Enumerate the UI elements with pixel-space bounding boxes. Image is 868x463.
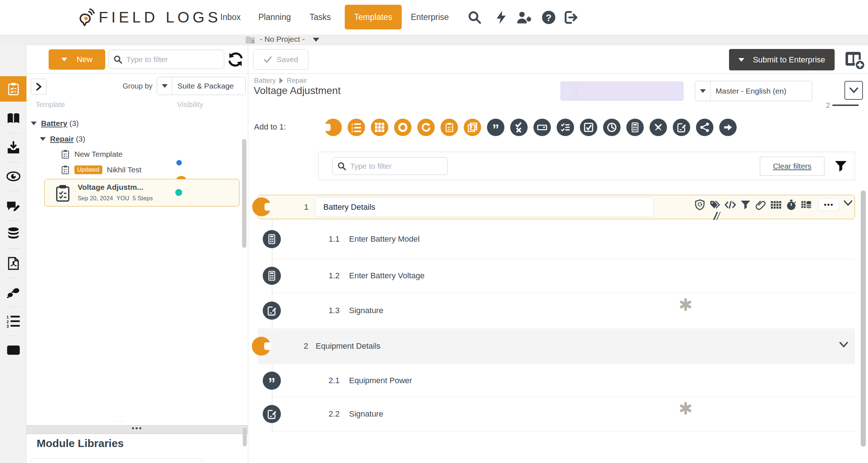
tree-group-battery[interactable]: Battery (3): [31, 119, 79, 128]
collapse-section-icon[interactable]: [843, 200, 853, 209]
palette-table-icon[interactable]: [371, 119, 388, 136]
rail-footprints-icon[interactable]: [0, 282, 26, 304]
stopwatch-icon[interactable]: [786, 199, 797, 210]
code-icon[interactable]: [725, 199, 736, 210]
step-row-2-1[interactable]: ” 2.1 Equipment Power: [258, 364, 855, 397]
shield-icon[interactable]: [694, 199, 705, 210]
palette-time-icon[interactable]: [603, 119, 621, 136]
template-list-panel: New Group by Suite & Package Template Vi…: [26, 45, 248, 463]
step-row-1-1[interactable]: 1234 1.1 Enter Battery Model: [258, 219, 855, 259]
group-by-dropdown[interactable]: Suite & Package: [157, 77, 246, 95]
rail-numbered-list-icon[interactable]: 123: [0, 310, 26, 333]
step-row-2-2[interactable]: 2.2 Signature: [258, 397, 855, 431]
template-row-nikhil-test[interactable]: Updated Nikhil Test: [61, 165, 142, 175]
breadcrumb: Battery Repair: [254, 77, 307, 85]
section-row-1-selected[interactable]: 1 •••: [258, 195, 855, 219]
new-template-button[interactable]: New: [49, 49, 105, 70]
rail-divider: [6, 336, 20, 336]
palette-checkbox-icon[interactable]: [580, 119, 597, 136]
rail-pdf-icon[interactable]: [0, 252, 26, 275]
grid-icon[interactable]: [770, 199, 782, 210]
palette-calculator-icon[interactable]: 1234: [626, 119, 644, 136]
collapse-all-button[interactable]: [844, 81, 863, 100]
project-caret-icon[interactable]: [313, 38, 319, 42]
dropdown-caret-cell[interactable]: [157, 77, 172, 95]
collapse-section-icon[interactable]: [839, 341, 848, 351]
svg-text:1: 1: [7, 315, 9, 319]
nav-item-tasks[interactable]: Tasks: [310, 0, 331, 34]
nav-item-planning[interactable]: Planning: [258, 0, 291, 34]
main-scrollbar-thumb[interactable]: [861, 190, 866, 447]
palette-forward-icon[interactable]: [719, 119, 737, 136]
palette-yes-no-icon[interactable]: [510, 119, 528, 136]
language-dropdown[interactable]: Master - English (en): [695, 81, 812, 101]
add-panel-icon[interactable]: [843, 49, 865, 71]
rail-preview-eye-icon[interactable]: [0, 165, 26, 188]
rail-divider: [6, 191, 20, 191]
rail-divider: [6, 220, 20, 221]
version-dropdown[interactable]: [560, 81, 684, 101]
attachment-icon[interactable]: [755, 199, 766, 210]
updated-badge: Updated: [74, 165, 102, 174]
template-row-voltage-adjustment-selected[interactable]: Voltage Adjustm... Sep 20, 2024 YOU 5 St…: [44, 179, 239, 206]
lightning-icon[interactable]: [494, 10, 509, 25]
palette-loop-icon[interactable]: [417, 119, 435, 136]
rail-divider: [6, 162, 20, 163]
more-options-button[interactable]: •••: [818, 198, 839, 211]
rail-templates-icon[interactable]: [0, 76, 26, 102]
tree-group-repair[interactable]: Repair (3): [40, 135, 85, 143]
step-number: 1.1: [311, 234, 340, 244]
tags-icon[interactable]: [709, 199, 721, 210]
palette-share-icon[interactable]: [696, 119, 713, 136]
filter-icon[interactable]: [740, 199, 751, 210]
step-row-1-3[interactable]: 1.3 Signature: [258, 293, 855, 328]
panel-resize-handle[interactable]: •••: [26, 425, 248, 434]
tree-scrollbar-thumb[interactable]: [242, 139, 246, 248]
palette-annotation-icon[interactable]: [650, 119, 667, 136]
submit-to-enterprise-button[interactable]: Submit to Enterprise: [729, 49, 835, 70]
filter-funnel-icon[interactable]: [834, 159, 848, 173]
template-filter-input[interactable]: [126, 55, 220, 64]
rail-card-icon[interactable]: [0, 339, 26, 361]
search-icon[interactable]: [467, 10, 482, 25]
dropdown-caret-cell[interactable]: [695, 81, 711, 101]
rail-library-icon[interactable]: [0, 107, 26, 130]
steps-filter-input[interactable]: [350, 162, 443, 171]
saved-button[interactable]: Saved: [253, 49, 308, 70]
dropdown-caret-cell[interactable]: [560, 81, 576, 101]
section-title-input[interactable]: [315, 197, 654, 217]
palette-numbered-list-icon[interactable]: 123: [348, 119, 365, 136]
caret-down-icon: [40, 137, 46, 141]
breadcrumb-package[interactable]: Repair: [287, 77, 307, 85]
refresh-icon[interactable]: [227, 51, 244, 68]
palette-quote-icon[interactable]: ”: [487, 119, 504, 136]
breadcrumb-suite[interactable]: Battery: [254, 77, 276, 85]
nav-item-templates-active[interactable]: Templates: [345, 5, 402, 29]
palette-media-icon[interactable]: [464, 119, 481, 136]
logout-icon[interactable]: [563, 10, 578, 25]
project-selector-label[interactable]: - No Project -: [260, 35, 305, 44]
clear-filters-button[interactable]: Clear filters: [760, 157, 824, 176]
help-icon[interactable]: ?: [541, 10, 556, 25]
calculator-icon: 1234: [263, 267, 281, 285]
module-scrollbar-thumb[interactable]: [243, 427, 247, 446]
palette-dropdown-icon[interactable]: [533, 119, 551, 136]
rail-database-icon[interactable]: [0, 222, 26, 245]
palette-signature-icon[interactable]: [673, 119, 690, 136]
step-row-1-2[interactable]: 1234 1.2 Enter Battery Voltage: [258, 259, 855, 293]
nav-item-enterprise[interactable]: Enterprise: [411, 0, 449, 34]
palette-section-icon[interactable]: [324, 119, 342, 136]
nav-item-inbox[interactable]: Inbox: [220, 0, 241, 34]
data-grid-icon[interactable]: [801, 199, 812, 210]
rail-comment-edit-icon[interactable]: [0, 195, 26, 218]
rail-inbox-tray-icon[interactable]: [0, 136, 26, 159]
palette-checklist-icon[interactable]: [441, 119, 458, 136]
section-row-2[interactable]: 2 Equipment Details: [258, 328, 855, 364]
palette-multi-check-icon[interactable]: [557, 119, 574, 136]
collapse-panel-button[interactable]: [31, 79, 46, 95]
template-icon: [61, 165, 70, 175]
palette-circle-icon[interactable]: [394, 119, 412, 136]
user-settings-icon[interactable]: [516, 10, 533, 25]
template-row-new-template[interactable]: New Template: [61, 149, 123, 159]
module-libraries-card[interactable]: [30, 458, 202, 463]
